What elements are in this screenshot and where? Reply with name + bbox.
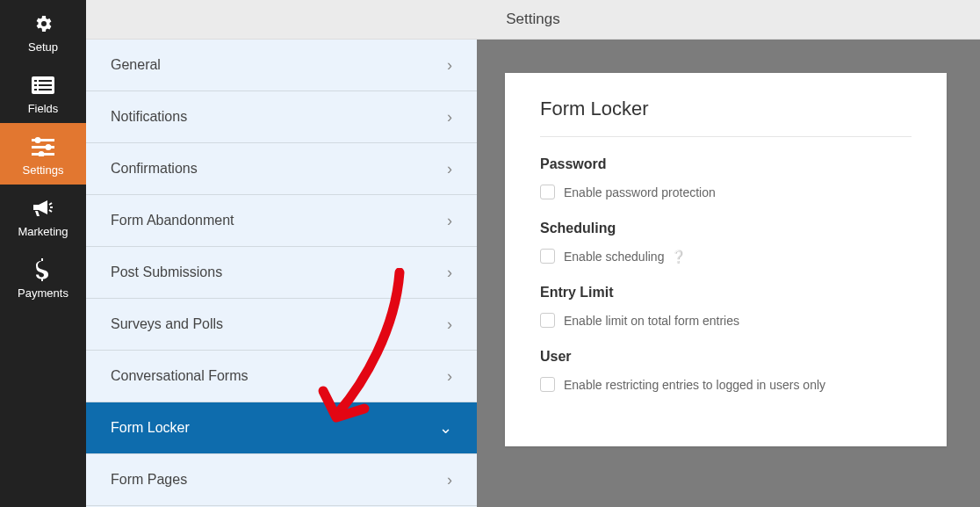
chevron-right-icon: › xyxy=(447,315,452,334)
chevron-right-icon: › xyxy=(447,56,452,75)
chevron-right-icon: › xyxy=(447,264,452,282)
settings-item-confirmations[interactable]: Confirmations › xyxy=(86,143,477,195)
settings-item-form-pages[interactable]: Form Pages › xyxy=(86,454,477,506)
help-icon[interactable]: ❔ xyxy=(671,250,686,264)
settings-item-form-locker[interactable]: Form Locker ⌄ xyxy=(86,402,477,454)
svg-rect-5 xyxy=(34,89,37,91)
checkbox-label: Enable limit on total form entries xyxy=(564,314,739,328)
nav-fields[interactable]: Fields xyxy=(0,62,86,123)
checkbox-enable-password[interactable]: Enable password protection xyxy=(540,185,912,199)
chevron-down-icon: ⌄ xyxy=(439,418,452,438)
checkbox-label: Enable scheduling xyxy=(564,250,664,264)
svg-point-12 xyxy=(39,151,45,156)
section-password-heading: Password xyxy=(540,156,912,172)
settings-item-label: Form Abandonment xyxy=(111,213,234,228)
left-nav: Setup Fields Settings Marketing Payments xyxy=(0,0,86,507)
settings-item-label: Conversational Forms xyxy=(111,368,249,384)
svg-rect-1 xyxy=(34,80,37,82)
svg-rect-3 xyxy=(34,84,37,86)
checkbox-enable-scheduling[interactable]: Enable scheduling ❔ xyxy=(540,249,912,264)
settings-item-label: Form Pages xyxy=(111,472,187,488)
main: Settings General › Notifications › Confi… xyxy=(86,0,980,507)
chevron-right-icon: › xyxy=(447,471,452,489)
nav-setup[interactable]: Setup xyxy=(0,0,86,62)
panel-area: Form Locker Password Enable password pro… xyxy=(477,40,980,507)
settings-item-post-submissions[interactable]: Post Submissions › xyxy=(86,247,477,299)
svg-point-10 xyxy=(46,144,52,150)
settings-item-label: General xyxy=(111,57,161,73)
svg-rect-4 xyxy=(39,84,52,86)
sliders-icon xyxy=(32,132,54,162)
settings-item-form-abandonment[interactable]: Form Abandonment › xyxy=(86,195,477,247)
section-scheduling-heading: Scheduling xyxy=(540,221,912,236)
list-icon xyxy=(32,70,54,100)
checkbox-icon xyxy=(540,313,555,328)
chevron-right-icon: › xyxy=(447,108,452,127)
section-user-heading: User xyxy=(540,349,912,365)
nav-label: Settings xyxy=(23,163,64,177)
checkbox-label: Enable restricting entries to logged in … xyxy=(564,378,825,392)
settings-item-label: Notifications xyxy=(111,109,187,125)
settings-item-surveys-polls[interactable]: Surveys and Polls › xyxy=(86,299,477,351)
chevron-right-icon: › xyxy=(447,212,452,230)
settings-item-label: Form Locker xyxy=(111,420,190,436)
chevron-right-icon: › xyxy=(447,367,452,386)
bullhorn-icon xyxy=(32,193,54,223)
checkbox-enable-entry-limit[interactable]: Enable limit on total form entries xyxy=(540,313,912,328)
settings-menu: General › Notifications › Confirmations … xyxy=(86,40,477,507)
checkbox-icon xyxy=(540,377,555,392)
section-entry-limit-heading: Entry Limit xyxy=(540,285,912,301)
chevron-right-icon: › xyxy=(447,160,452,178)
settings-item-label: Confirmations xyxy=(111,161,198,177)
settings-item-notifications[interactable]: Notifications › xyxy=(86,91,477,143)
settings-item-label: Post Submissions xyxy=(111,264,222,280)
nav-settings[interactable]: Settings xyxy=(0,123,86,185)
settings-item-label: Surveys and Polls xyxy=(111,316,223,332)
checkbox-enable-user-restrict[interactable]: Enable restricting entries to logged in … xyxy=(540,377,912,392)
settings-item-general[interactable]: General › xyxy=(86,40,477,91)
dollar-icon xyxy=(36,255,50,285)
form-locker-panel: Form Locker Password Enable password pro… xyxy=(505,73,947,446)
svg-point-8 xyxy=(35,137,41,143)
settings-item-conversational-forms[interactable]: Conversational Forms › xyxy=(86,351,477,402)
nav-payments[interactable]: Payments xyxy=(0,246,86,308)
svg-rect-2 xyxy=(39,80,52,82)
nav-label: Setup xyxy=(28,40,58,54)
topbar: Settings xyxy=(86,0,980,40)
checkbox-label: Enable password protection xyxy=(564,185,716,199)
svg-rect-6 xyxy=(39,89,52,91)
page-title: Settings xyxy=(506,11,559,28)
panel-title: Form Locker xyxy=(540,98,912,137)
nav-marketing[interactable]: Marketing xyxy=(0,185,86,246)
gear-icon xyxy=(32,9,54,39)
nav-label: Payments xyxy=(18,286,68,300)
nav-label: Marketing xyxy=(18,225,68,238)
checkbox-icon xyxy=(540,249,555,264)
checkbox-icon xyxy=(540,185,555,199)
content-row: General › Notifications › Confirmations … xyxy=(86,40,980,507)
nav-label: Fields xyxy=(28,102,59,115)
